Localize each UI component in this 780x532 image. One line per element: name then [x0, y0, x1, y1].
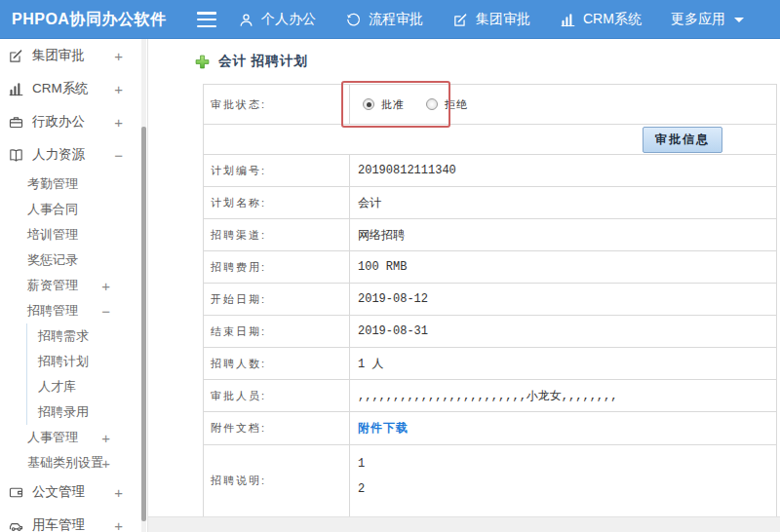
field-label: 计划名称: [204, 187, 350, 219]
table-row: 审批人员:,,,,,,,,,,,,,,,,,,,,,,,,小龙女,,,,,,,, [204, 380, 777, 412]
sidebar-item-label: 招聘计划 [38, 353, 89, 370]
sidebar-item[interactable]: 行政办公+ [0, 105, 142, 138]
sidebar-item[interactable]: 基础类别设置+ [0, 450, 142, 475]
sidebar-item[interactable]: 人才库 [26, 374, 142, 399]
field-label: 招聘渠道: [204, 219, 350, 251]
sidebar-item-label: 考勤管理 [27, 175, 78, 193]
field-label: 附件文档: [204, 412, 350, 445]
topnav-item-label: 个人办公 [261, 11, 316, 28]
radio-option[interactable]: 批准 [363, 97, 405, 112]
expand-icon[interactable]: + [114, 517, 123, 532]
approval-status-row: 审批状态: 批准拒绝 [204, 85, 777, 125]
sidebar-item-label: 集团审批 [32, 47, 85, 64]
table-row: 附件文档:附件下载 [204, 412, 777, 445]
sidebar-item[interactable]: 培训管理 [0, 222, 142, 247]
hamburger-menu-icon[interactable] [197, 12, 216, 27]
topnav-item[interactable]: 集团审批 [452, 0, 530, 39]
history-icon [345, 12, 362, 28]
briefcase-icon [8, 114, 24, 131]
table-row: 开始日期:2019-08-12 [204, 284, 777, 316]
sidebar-item[interactable]: 招聘计划 [26, 349, 142, 374]
topnav-item[interactable]: CRM系统 [560, 0, 642, 39]
sidebar-item-label: 人力资源 [32, 146, 85, 164]
field-value: 会计 [350, 187, 777, 219]
app-logo: PHPOA协同办公软件 [12, 0, 166, 39]
field-value: 1 2 [350, 445, 777, 517]
field-value: 2019-08-12 [350, 284, 777, 316]
topnav-item[interactable]: 更多应用 [671, 0, 744, 39]
radio-unselected-icon[interactable] [426, 98, 438, 110]
topnav-item[interactable]: 个人办公 [238, 0, 316, 39]
sidebar-scrollbar-thumb[interactable] [141, 127, 146, 521]
sidebar-item[interactable]: 公文管理+ [0, 475, 142, 509]
radio-option[interactable]: 拒绝 [426, 97, 468, 112]
sidebar-item[interactable]: 人事管理+ [0, 425, 142, 450]
topnav-item-label: CRM系统 [583, 11, 642, 28]
attachment-download-link[interactable]: 附件下载 [358, 422, 409, 436]
sidebar-item-label: 招聘需求 [38, 327, 89, 345]
main-content: 会计 招聘计划 审批状态: 批准拒绝 审批信息 计划编号:20190812111… [148, 39, 780, 532]
radio-option-label: 拒绝 [445, 97, 468, 112]
radio-option-label: 批准 [381, 97, 405, 112]
bar-chart-icon [8, 81, 24, 97]
topnav-item[interactable]: 流程审批 [345, 0, 423, 39]
topbar: PHPOA协同办公软件 个人办公流程审批集团审批CRM系统更多应用 [0, 0, 780, 39]
expand-icon[interactable]: + [101, 430, 110, 446]
sidebar-item[interactable]: 考勤管理 [0, 171, 142, 197]
expand-icon[interactable]: + [114, 48, 123, 64]
approval-info-button[interactable]: 审批信息 [643, 127, 722, 153]
field-label: 计划编号: [204, 155, 350, 187]
sidebar-item[interactable]: 人力资源− [0, 138, 142, 171]
table-row: 招聘渠道:网络招聘 [204, 219, 777, 251]
sidebar-item[interactable]: 人事合同 [0, 197, 142, 222]
sidebar-item[interactable]: 用车管理+ [0, 509, 142, 532]
table-row: 计划名称:会计 [204, 187, 777, 219]
expand-icon[interactable]: + [101, 455, 110, 472]
collapse-icon[interactable]: − [101, 303, 110, 320]
caret-down-icon [734, 18, 744, 22]
car-icon [8, 517, 24, 532]
sidebar-item-label: 行政办公 [32, 113, 85, 131]
field-label: 审批人员: [204, 380, 350, 412]
field-value: 100 RMB [350, 251, 777, 284]
approval-status-radio-group: 批准拒绝 [358, 97, 776, 112]
field-value: 20190812111340 [350, 155, 777, 187]
sidebar-item[interactable]: 集团审批+ [0, 39, 142, 72]
field-label: 开始日期: [204, 284, 350, 316]
field-label: 招聘说明: [204, 445, 350, 517]
field-label: 招聘费用: [204, 251, 350, 284]
book-icon [8, 147, 24, 164]
bottom-strip [148, 516, 780, 532]
sidebar-item-label: CRM系统 [32, 80, 89, 97]
table-row: 结束日期:2019-08-31 [204, 316, 777, 348]
sidebar-item-label: 培训管理 [27, 226, 78, 244]
sidebar-item[interactable]: 招聘需求 [26, 323, 142, 349]
field-label: 审批状态: [204, 85, 350, 125]
sidebar: 集团审批+CRM系统+行政办公+人力资源−考勤管理人事合同培训管理奖惩记录薪资管… [0, 39, 148, 532]
collapse-icon[interactable]: − [114, 147, 123, 164]
field-value: 2019-08-31 [350, 316, 777, 348]
radio-selected-icon[interactable] [363, 98, 374, 110]
expand-icon[interactable]: + [114, 484, 123, 501]
sidebar-scrollbar[interactable] [141, 39, 146, 532]
sidebar-item[interactable]: 招聘管理− [0, 298, 142, 323]
expand-icon[interactable]: + [114, 81, 123, 97]
sidebar-item[interactable]: 奖惩记录 [0, 247, 142, 273]
expand-icon[interactable]: + [101, 278, 110, 294]
table-row: 计划编号:20190812111340 [204, 155, 777, 187]
title-row: 会计 招聘计划 [148, 39, 780, 84]
expand-icon[interactable]: + [114, 114, 123, 131]
sidebar-item-label: 薪资管理 [27, 277, 78, 294]
sidebar-item[interactable]: 招聘录用 [26, 399, 142, 425]
field-label: 结束日期: [204, 316, 350, 348]
field-label: 招聘人数: [204, 348, 350, 380]
table-row: 招聘人数:1 人 [204, 348, 777, 380]
sidebar-item[interactable]: CRM系统+ [0, 72, 142, 105]
sidebar-item-label: 人事管理 [27, 429, 78, 446]
table-row: 招聘费用:100 RMB [204, 251, 777, 284]
person-icon [238, 12, 254, 28]
sidebar-item[interactable]: 薪资管理+ [0, 273, 142, 298]
approve-button-row: 审批信息 [204, 125, 777, 155]
table-row: 招聘说明:1 2 [204, 445, 777, 517]
edit-icon [8, 48, 24, 64]
